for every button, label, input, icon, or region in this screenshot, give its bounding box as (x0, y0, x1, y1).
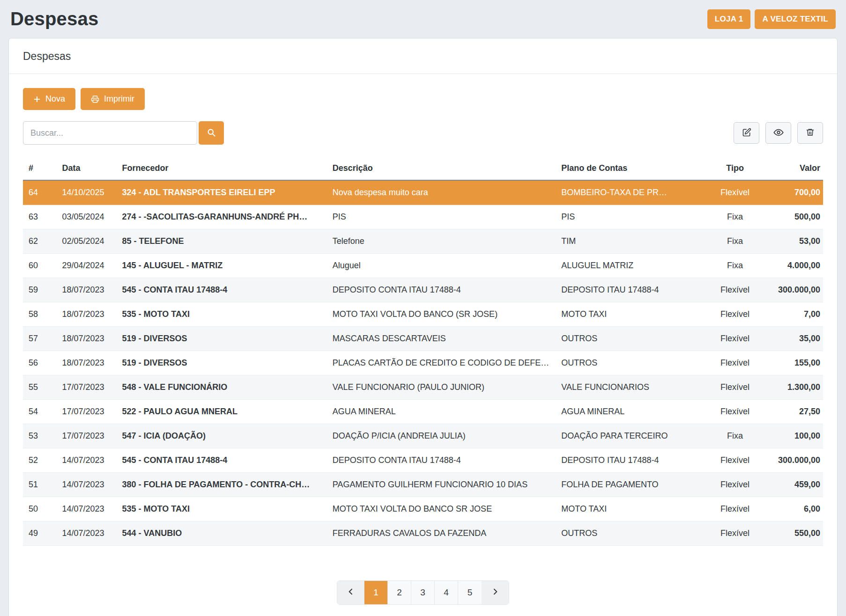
cell-number: 55 (23, 375, 57, 400)
cell-plan: VALE FUNCIONARIOS (557, 375, 700, 400)
expenses-table-body: 6414/10/2025324 - ADL TRANSPORTES EIRELI… (23, 180, 823, 546)
cell-plan: OUTROS (557, 327, 700, 351)
card-title: Despesas (9, 38, 837, 74)
page: Despesas LOJA 1 A VELOZ TEXTIL Despesas … (0, 0, 846, 616)
table-row[interactable]: 5114/07/2023380 - FOLHA DE PAGAMENTO - C… (23, 473, 823, 497)
cell-description: VALE FUNCIONARIO (PAULO JUNIOR) (328, 375, 557, 400)
cell-date: 17/07/2023 (57, 400, 117, 424)
cell-description: Nova despesa muito cara (328, 180, 557, 205)
pagination-page-1[interactable]: 1 (364, 581, 388, 604)
pagination-page-4[interactable]: 4 (435, 581, 458, 604)
cell-supplier: 522 - PAULO AGUA MNERAL (118, 400, 328, 424)
table-row[interactable]: 5214/07/2023545 - CONTA ITAU 17488-4DEPO… (23, 448, 823, 473)
table-row[interactable]: 6414/10/2025324 - ADL TRANSPORTES EIRELI… (23, 180, 823, 205)
cell-supplier: 85 - TELEFONE (118, 229, 328, 254)
table-row[interactable]: 4914/07/2023544 - VANUBIOFERRADURAS CAVA… (23, 521, 823, 546)
cell-number: 58 (23, 302, 57, 327)
cell-number: 64 (23, 180, 57, 205)
table-row[interactable]: 5818/07/2023535 - MOTO TAXIMOTO TAXI VOL… (23, 302, 823, 327)
view-button[interactable] (765, 122, 791, 144)
table-row[interactable]: 5918/07/2023545 - CONTA ITAU 17488-4DEPO… (23, 278, 823, 302)
cell-description: PAGAMENTO GUILHERM FUNCIONARIO 10 DIAS (328, 473, 557, 497)
store-button-veloz-textil[interactable]: A VELOZ TEXTIL (755, 9, 836, 29)
cell-type: Flexível (700, 521, 770, 546)
table-row[interactable]: 6202/05/202485 - TELEFONETelefoneTIMFixa… (23, 229, 823, 254)
cell-description: AGUA MINERAL (328, 400, 557, 424)
cell-value: 1.300,00 (770, 375, 823, 400)
cell-number: 49 (23, 521, 57, 546)
pagination: 12345 (337, 580, 509, 605)
row-action-buttons (734, 122, 823, 144)
cell-value: 7,00 (770, 302, 823, 327)
table-row[interactable]: 5014/07/2023535 - MOTO TAXIMOTO TAXI VOL… (23, 497, 823, 521)
cell-date: 18/07/2023 (57, 302, 117, 327)
cell-number: 59 (23, 278, 57, 302)
table-row[interactable]: 6303/05/2024274 - -SACOLITAS-GARANHUNS-A… (23, 205, 823, 229)
cell-date: 18/07/2023 (57, 278, 117, 302)
new-expense-button[interactable]: Nova (23, 88, 75, 110)
cell-description: PLACAS CARTÃO DE CREDITO E CODIGO DE DEF… (328, 351, 557, 375)
pagination-next-button[interactable] (482, 581, 509, 604)
cell-type: Flexível (700, 400, 770, 424)
print-label: Imprimir (104, 94, 134, 104)
cell-number: 52 (23, 448, 57, 473)
edit-icon (742, 128, 751, 139)
print-button[interactable]: Imprimir (81, 88, 145, 110)
delete-button[interactable] (797, 122, 823, 144)
cell-value: 155,00 (770, 351, 823, 375)
cell-number: 56 (23, 351, 57, 375)
cell-type: Flexível (700, 473, 770, 497)
search-input[interactable] (23, 121, 197, 145)
cell-value: 459,00 (770, 473, 823, 497)
top-bar: Despesas LOJA 1 A VELOZ TEXTIL (8, 5, 838, 38)
table-row[interactable]: 5618/07/2023519 - DIVERSOSPLACAS CARTÃO … (23, 351, 823, 375)
new-expense-label: Nova (45, 94, 65, 104)
cell-value: 53,00 (770, 229, 823, 254)
cell-date: 02/05/2024 (57, 229, 117, 254)
cell-type: Flexível (700, 180, 770, 205)
search-group (23, 121, 224, 145)
cell-number: 57 (23, 327, 57, 351)
cell-type: Flexível (700, 327, 770, 351)
search-button[interactable] (199, 121, 224, 145)
cell-plan: DOAÇÃO PARA TERCEIRO (557, 424, 700, 448)
magnifier-icon (207, 128, 216, 139)
cell-supplier: 545 - CONTA ITAU 17488-4 (118, 278, 328, 302)
table-row[interactable]: 5417/07/2023522 - PAULO AGUA MNERALAGUA … (23, 400, 823, 424)
cell-value: 4.000,00 (770, 254, 823, 278)
plus-icon (33, 95, 41, 103)
cell-plan: MOTO TAXI (557, 302, 700, 327)
eye-icon (773, 127, 784, 139)
pagination-page-2[interactable]: 2 (388, 581, 411, 604)
pagination-page-3[interactable]: 3 (411, 581, 435, 604)
cell-plan: ALUGUEL MATRIZ (557, 254, 700, 278)
expenses-table: # Data Fornecedor Descrição Plano de Con… (23, 159, 823, 546)
table-row[interactable]: 5517/07/2023548 - VALE FUNCIONÁRIOVALE F… (23, 375, 823, 400)
store-button-loja1[interactable]: LOJA 1 (707, 9, 751, 29)
cell-supplier: 519 - DIVERSOS (118, 351, 328, 375)
edit-button[interactable] (734, 122, 759, 144)
cell-date: 29/04/2024 (57, 254, 117, 278)
table-row[interactable]: 6029/04/2024145 - ALUGUEL - MATRIZAlugue… (23, 254, 823, 278)
table-header: # Data Fornecedor Descrição Plano de Con… (23, 159, 823, 180)
chevron-right-icon (491, 587, 499, 598)
cell-plan: AGUA MINERAL (557, 400, 700, 424)
table-row[interactable]: 5317/07/2023547 - ICIA (DOAÇÃO)DOAÇÃO P/… (23, 424, 823, 448)
table-row[interactable]: 5718/07/2023519 - DIVERSOSMASCARAS DESCA… (23, 327, 823, 351)
cell-description: Aluguel (328, 254, 557, 278)
column-header-value: Valor (770, 159, 823, 180)
cell-date: 14/07/2023 (57, 497, 117, 521)
expenses-card: Despesas Nova Imprimir (8, 38, 838, 616)
pagination-page-5[interactable]: 5 (458, 581, 482, 604)
cell-number: 62 (23, 229, 57, 254)
chevron-left-icon (347, 587, 355, 598)
cell-type: Fixa (700, 424, 770, 448)
cell-number: 53 (23, 424, 57, 448)
cell-description: DEPOSITO CONTA ITAU 17488-4 (328, 448, 557, 473)
pagination-prev-button[interactable] (337, 581, 364, 604)
cell-description: Telefone (328, 229, 557, 254)
column-header-plan: Plano de Contas (557, 159, 700, 180)
pagination-pages: 12345 (364, 581, 482, 604)
cell-type: Flexível (700, 302, 770, 327)
toolbar: Nova Imprimir (23, 88, 823, 110)
